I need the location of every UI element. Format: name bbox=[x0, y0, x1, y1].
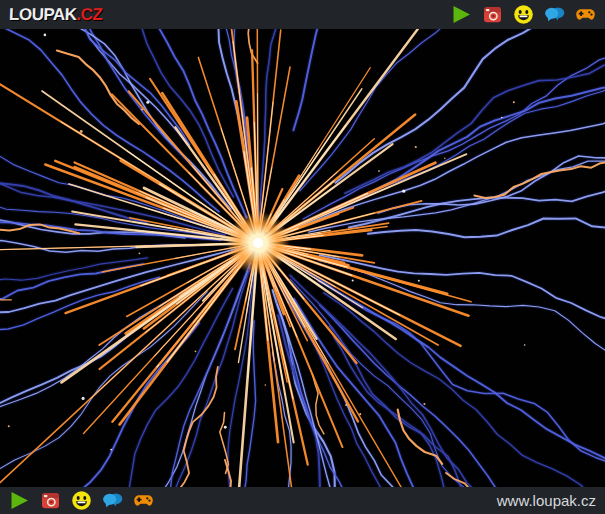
smiley-icon bbox=[513, 4, 534, 25]
top-bar: LOUPAK.CZ bbox=[0, 0, 605, 29]
play-icon bbox=[451, 4, 472, 25]
chat-icon bbox=[102, 490, 123, 511]
fireworks-photo bbox=[0, 29, 605, 487]
play-icon bbox=[9, 490, 30, 511]
loupak-page: LOUPAK.CZ bbox=[0, 0, 605, 514]
play-button[interactable] bbox=[9, 490, 30, 511]
site-logo[interactable]: LOUPAK.CZ bbox=[9, 6, 103, 23]
footer-social-icons bbox=[9, 490, 154, 511]
chat-button[interactable] bbox=[102, 490, 123, 511]
gamepad-button[interactable] bbox=[133, 490, 154, 511]
site-url-link[interactable]: www.loupak.cz bbox=[497, 493, 596, 508]
gamepad-icon bbox=[133, 490, 154, 511]
header-social-icons bbox=[451, 4, 596, 25]
logo-suffix: .CZ bbox=[76, 6, 102, 23]
chat-icon bbox=[544, 4, 565, 25]
chat-button[interactable] bbox=[544, 4, 565, 25]
smiley-button[interactable] bbox=[513, 4, 534, 25]
logo-text: LOUPAK bbox=[9, 6, 77, 23]
camera-button[interactable] bbox=[482, 4, 503, 25]
camera-button[interactable] bbox=[40, 490, 61, 511]
gamepad-icon bbox=[575, 4, 596, 25]
camera-icon bbox=[482, 4, 503, 25]
play-button[interactable] bbox=[451, 4, 472, 25]
gamepad-button[interactable] bbox=[575, 4, 596, 25]
bottom-bar: www.loupak.cz bbox=[0, 487, 605, 514]
camera-icon bbox=[40, 490, 61, 511]
photo-area bbox=[0, 29, 605, 487]
smiley-button[interactable] bbox=[71, 490, 92, 511]
smiley-icon bbox=[71, 490, 92, 511]
